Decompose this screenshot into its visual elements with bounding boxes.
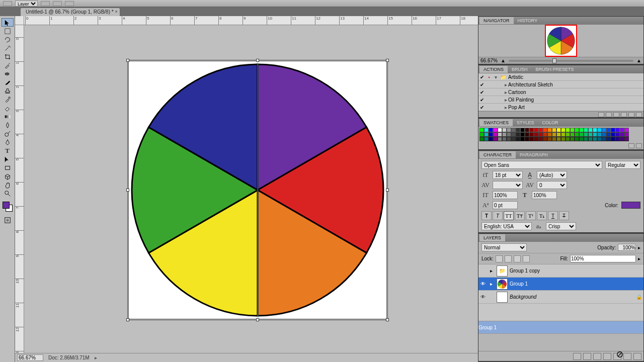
opt-align-2[interactable] <box>53 1 62 6</box>
layer-row[interactable]: ▸ 📁 Group 1 copy <box>478 264 643 278</box>
layer-mask-icon[interactable] <box>593 353 601 360</box>
layer-row-mini[interactable]: Group 1 <box>478 321 643 334</box>
swatch[interactable] <box>547 132 552 137</box>
kerning-select[interactable] <box>493 181 523 189</box>
ruler-vertical[interactable]: -2-1012345678910111213141516 <box>15 25 24 353</box>
play-icon[interactable] <box>613 112 619 117</box>
swatch[interactable] <box>566 132 570 137</box>
swatch[interactable] <box>511 128 516 132</box>
swatch[interactable] <box>597 137 602 141</box>
antialias-select[interactable]: Crisp <box>546 222 576 230</box>
swatch[interactable] <box>552 137 556 141</box>
zoom-in-icon[interactable]: ▲ <box>636 58 641 63</box>
swatch[interactable] <box>593 132 597 137</box>
visibility-icon[interactable]: 👁 <box>478 294 488 300</box>
language-select[interactable]: English: USA <box>481 222 532 230</box>
tab-history[interactable]: HISTORY <box>514 17 542 24</box>
color-swatches[interactable] <box>2 201 14 213</box>
stop-icon[interactable] <box>598 112 604 117</box>
lasso-tool[interactable] <box>2 35 14 44</box>
swatch[interactable] <box>498 137 502 141</box>
eyedropper-tool[interactable] <box>2 61 14 69</box>
font-style-select[interactable]: Regular <box>605 161 640 169</box>
swatch[interactable] <box>552 132 556 137</box>
navigator-thumb[interactable] <box>545 25 577 57</box>
gradient-tool[interactable] <box>2 112 14 121</box>
layer-row[interactable]: 👁 Background 🔒 <box>478 291 643 304</box>
swatch[interactable] <box>597 128 602 132</box>
swatch[interactable] <box>566 128 570 132</box>
handle-r[interactable] <box>386 189 389 192</box>
nav-zoom-slider[interactable] <box>509 60 633 62</box>
swatch[interactable] <box>516 128 520 132</box>
ruler-horizontal[interactable]: -3-2-10123456789101112131415161718192021 <box>24 16 478 25</box>
swatch[interactable] <box>561 128 566 132</box>
lock-all[interactable] <box>523 255 530 262</box>
action-row[interactable]: ✔▸Cartoon <box>478 88 643 96</box>
swatch[interactable] <box>579 132 584 137</box>
swatch[interactable] <box>534 137 538 141</box>
swatch[interactable] <box>620 137 624 141</box>
strike-button[interactable]: T <box>559 211 569 220</box>
swatch[interactable] <box>547 137 552 141</box>
handle-bl[interactable] <box>126 318 129 321</box>
zoom-out-icon[interactable]: ▲ <box>501 58 506 63</box>
eraser-tool[interactable] <box>2 104 14 112</box>
swatch[interactable] <box>611 128 615 132</box>
swatch[interactable] <box>507 132 511 137</box>
tab-character[interactable]: CHARACTER <box>479 151 516 158</box>
document-tab[interactable]: Untitled-1 @ 66.7% (Group 1, RGB/8) * × <box>20 8 120 16</box>
move-tool[interactable] <box>2 18 14 27</box>
swatch[interactable] <box>511 137 516 141</box>
swatch[interactable] <box>575 128 579 132</box>
swatch[interactable] <box>579 128 584 132</box>
swatch[interactable] <box>520 137 525 141</box>
swatch[interactable] <box>543 137 547 141</box>
transform-bounds[interactable] <box>127 60 388 320</box>
blend-mode-select[interactable]: Normal <box>481 243 527 251</box>
allcaps-button[interactable]: TT <box>504 211 514 220</box>
swatch[interactable] <box>529 132 534 137</box>
swatch[interactable] <box>602 128 606 132</box>
adjustment-layer-icon[interactable] <box>603 353 611 360</box>
swatch[interactable] <box>556 128 561 132</box>
layer-style-icon[interactable] <box>583 353 591 360</box>
new-layer-icon[interactable] <box>623 353 631 360</box>
swatch[interactable] <box>534 128 538 132</box>
swatch[interactable] <box>538 137 543 141</box>
tab-brush[interactable]: BRUSH <box>508 66 532 73</box>
swatch[interactable] <box>489 137 493 141</box>
action-row[interactable]: ✔▸Oil Painting <box>478 96 643 104</box>
swatch[interactable] <box>484 132 489 137</box>
heal-tool[interactable] <box>2 69 14 78</box>
swatch-grid[interactable] <box>479 128 642 141</box>
ruler-origin[interactable] <box>15 16 24 25</box>
superscript-button[interactable]: T¹ <box>526 211 536 220</box>
swatch[interactable] <box>588 128 593 132</box>
new-swatch-icon[interactable] <box>628 143 634 148</box>
blur-tool[interactable] <box>2 121 14 129</box>
swatch[interactable] <box>543 132 547 137</box>
swatch[interactable] <box>484 137 489 141</box>
swatch[interactable] <box>597 132 602 137</box>
path-tool[interactable] <box>2 155 14 163</box>
swatch[interactable] <box>624 137 629 141</box>
layer-target-select[interactable]: Layer <box>15 1 38 7</box>
hand-tool[interactable] <box>2 180 14 189</box>
baseline-input[interactable] <box>493 201 518 209</box>
subscript-button[interactable]: T₁ <box>537 211 547 220</box>
swatch[interactable] <box>570 132 575 137</box>
swatch[interactable] <box>516 132 520 137</box>
font-size-select[interactable]: 18 pt <box>493 171 523 179</box>
swatch[interactable] <box>479 132 484 137</box>
swatch[interactable] <box>516 137 520 141</box>
smallcaps-button[interactable]: Tᴛ <box>515 211 525 220</box>
swatch[interactable] <box>561 132 566 137</box>
swatch[interactable] <box>507 128 511 132</box>
opacity-input[interactable] <box>618 244 636 251</box>
quickmask-tool[interactable] <box>2 216 14 224</box>
pen-tool[interactable] <box>2 138 14 146</box>
delete-layer-icon[interactable] <box>633 353 641 360</box>
font-family-select[interactable]: Open Sans <box>481 161 602 169</box>
swatch[interactable] <box>489 128 493 132</box>
